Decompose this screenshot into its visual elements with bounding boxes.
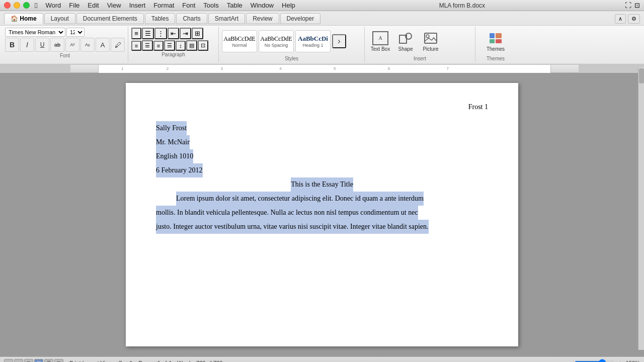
view-btn-5[interactable]: ☰	[44, 359, 53, 363]
insert-section-label: Insert	[369, 56, 471, 61]
svg-rect-6	[490, 39, 495, 43]
line-spacing-button[interactable]: ↕	[176, 41, 186, 51]
menu-word[interactable]: Word	[41, 1, 65, 10]
subscript-button[interactable]: A₂	[80, 38, 95, 52]
picture-button[interactable]: Picture	[419, 28, 442, 55]
view-btn-4[interactable]: ▤	[34, 359, 43, 363]
align-left-button[interactable]: ≡	[131, 41, 141, 51]
themes-button[interactable]: Themes	[484, 28, 507, 55]
window-icon[interactable]: ⊡	[634, 2, 640, 9]
menu-tools[interactable]: Tools	[199, 1, 222, 10]
traffic-lights	[4, 2, 30, 9]
doc-line-3: English 1010	[156, 149, 488, 163]
doc-body: Sally Frost Mr. McNair English 1010 6 Fe…	[156, 121, 488, 234]
shape-button[interactable]: Shape	[394, 28, 417, 55]
svg-rect-2	[425, 33, 437, 43]
document-page[interactable]: Frost 1 Sally Frost Mr. McNair English 1…	[126, 83, 518, 346]
doc-line-4: 6 February 2012	[156, 163, 488, 177]
maximize-button[interactable]	[23, 2, 30, 9]
doc-header: Frost 1	[156, 103, 488, 111]
text-box-button[interactable]: A Text Box	[369, 28, 392, 55]
superscript-button[interactable]: A²	[65, 38, 79, 52]
multilevel-button[interactable]: ⋮	[154, 28, 167, 39]
borders-button[interactable]: ⊡	[198, 40, 208, 51]
doc-line-2: Mr. McNair	[156, 135, 488, 149]
toolbar: 🏠 Home Layout Document Elements Tables C…	[0, 11, 644, 65]
menu-table[interactable]: Table	[223, 1, 247, 10]
style-no-spacing[interactable]: AaBbCcDdE No Spacing	[259, 30, 294, 52]
tab-smartart[interactable]: SmartArt	[208, 13, 245, 24]
minimize-button[interactable]	[14, 2, 20, 9]
svg-rect-4	[490, 33, 495, 38]
doc-line-3-text: English 1010	[156, 149, 193, 163]
zoom-out-icon[interactable]: −	[567, 360, 570, 363]
close-button[interactable]	[4, 2, 11, 9]
tab-developer[interactable]: Developer	[280, 13, 321, 24]
font-section-label: Font	[5, 53, 125, 58]
bullets-button[interactable]: ≡	[131, 28, 141, 39]
italic-button[interactable]: I	[20, 38, 34, 52]
menu-view[interactable]: View	[103, 1, 125, 10]
view-btn-1[interactable]: ≡	[4, 359, 13, 363]
scrollbar-right[interactable]	[638, 73, 644, 350]
menu-insert[interactable]: Insert	[125, 1, 150, 10]
tab-charts[interactable]: Charts	[176, 13, 207, 24]
style-normal-label: Normal	[232, 43, 247, 48]
ribbon-settings-icon[interactable]: ⚙	[628, 14, 640, 24]
svg-point-3	[426, 35, 429, 38]
numbering-button[interactable]: ☰	[142, 28, 154, 39]
zoom-controls: − + 150%	[567, 359, 640, 363]
tab-layout[interactable]: Layout	[44, 13, 75, 24]
paragraph-section-label: Paragraph	[131, 52, 215, 57]
tab-review[interactable]: Review	[246, 13, 279, 24]
ribbon-insert-section: A Text Box Shape	[365, 27, 475, 62]
bold-button[interactable]: B	[5, 38, 19, 52]
scrollbar-thumb[interactable]	[639, 73, 644, 83]
decrease-indent-button[interactable]: ⇤	[168, 28, 179, 39]
header-text: Frost 1	[468, 103, 488, 111]
shape-icon	[397, 31, 414, 45]
fullscreen-icon[interactable]: ⛶	[625, 2, 631, 9]
document-area: Frost 1 Sally Frost Mr. McNair English 1…	[0, 73, 644, 356]
themes-label: Themes	[487, 46, 505, 52]
tab-document-elements[interactable]: Document Elements	[76, 13, 144, 24]
tab-home[interactable]: 🏠 Home	[4, 13, 43, 24]
strikethrough-button[interactable]: ab	[50, 38, 64, 52]
ribbon-collapse-button[interactable]: ∧	[615, 14, 626, 24]
style-normal[interactable]: AaBbCcDdE Normal	[222, 30, 257, 52]
menu-file[interactable]: File	[65, 1, 84, 10]
font-name-select[interactable]: Times New Roman	[5, 28, 65, 37]
words-label: Words: 733 of 733	[177, 360, 222, 363]
menu-window[interactable]: Window	[247, 1, 278, 10]
styles-more-button[interactable]: ›	[332, 34, 346, 48]
pages-label: Pages: 1 of 4	[139, 360, 172, 363]
ribbon-font-section: Times New Roman 12 B I U ab A² A₂ A 🖊 Fo…	[2, 27, 128, 62]
text-box-label: Text Box	[371, 46, 390, 52]
menu-font[interactable]: Font	[178, 1, 199, 10]
themes-section-label: Themes	[479, 56, 512, 61]
justify-button[interactable]: ☰	[164, 40, 175, 51]
menu-format[interactable]: Format	[149, 1, 178, 10]
menu-help[interactable]: Help	[278, 1, 299, 10]
font-size-select[interactable]: 12	[66, 28, 85, 37]
style-heading1[interactable]: AaBbCcDi Heading 1	[295, 30, 331, 52]
view-btn-6[interactable]: ⊟	[54, 359, 63, 363]
align-right-button[interactable]: ≡	[153, 41, 164, 51]
tab-tables[interactable]: Tables	[145, 13, 176, 24]
menu-edit[interactable]: Edit	[84, 1, 103, 10]
view-btn-3[interactable]: ⊞	[24, 359, 33, 363]
highlight-button[interactable]: 🖊	[111, 38, 125, 52]
zoom-in-icon[interactable]: +	[618, 360, 621, 363]
columns-button[interactable]: ⊞	[192, 28, 203, 39]
shape-label: Shape	[398, 46, 413, 52]
font-color-button[interactable]: A	[96, 38, 110, 52]
doc-line-1-text: Sally Frost	[156, 121, 187, 135]
picture-icon	[423, 31, 439, 45]
view-btn-2[interactable]: ≡	[14, 359, 23, 363]
align-center-button[interactable]: ☰	[142, 40, 153, 51]
increase-indent-button[interactable]: ⇥	[180, 28, 191, 39]
styles-section-label: Styles	[222, 56, 361, 61]
underline-button[interactable]: U	[35, 38, 49, 52]
zoom-slider[interactable]	[574, 359, 614, 363]
shading-button[interactable]: ▤	[186, 40, 197, 51]
